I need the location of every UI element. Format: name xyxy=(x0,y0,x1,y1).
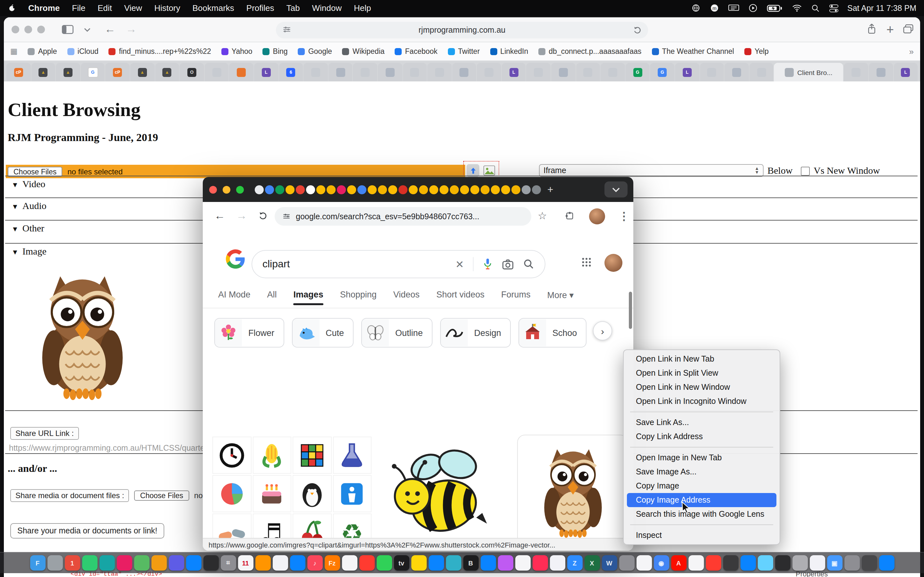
results-tab-all[interactable]: All xyxy=(267,290,277,305)
section-video[interactable]: ▼Video xyxy=(11,179,45,190)
dock-app[interactable] xyxy=(498,555,513,571)
results-tab-ai-mode[interactable]: AI Mode xyxy=(218,290,250,305)
target-mode-select[interactable]: Iframe ▲▼ xyxy=(539,164,764,177)
tab-active[interactable]: Client Bro... xyxy=(774,63,843,81)
tab[interactable] xyxy=(229,63,254,81)
tab[interactable] xyxy=(205,63,229,81)
address-bar[interactable]: rjmprogramming.com.au xyxy=(276,22,648,39)
dock-app[interactable] xyxy=(272,555,288,571)
search-submit-icon[interactable] xyxy=(523,258,535,270)
dock-app[interactable] xyxy=(792,555,808,571)
site-settings-icon[interactable] xyxy=(282,25,291,36)
dock-app[interactable] xyxy=(619,555,634,571)
section-other[interactable]: ▼Other xyxy=(11,223,44,234)
dock-app[interactable]: ▣ xyxy=(827,555,842,571)
share-url-input[interactable]: https://www.rjmprogramming.com.au/HTMLCS… xyxy=(9,444,212,453)
dock-app[interactable] xyxy=(151,555,166,571)
dock-app[interactable] xyxy=(844,555,859,571)
menu-item-open-link-in-new-window[interactable]: Open Link in New Window xyxy=(627,380,776,394)
menu-item-open-link-in-incognito-window[interactable]: Open Link in Incognito Window xyxy=(627,394,776,408)
menubar-menu-history[interactable]: History xyxy=(154,3,180,13)
vs-new-window-checkbox[interactable] xyxy=(801,167,810,176)
bookmark-item[interactable]: Facebook xyxy=(395,47,438,55)
bee-clipart-image[interactable] xyxy=(380,437,498,538)
dock-app[interactable]: Z xyxy=(567,555,582,571)
dock-app[interactable] xyxy=(47,555,63,571)
display-icon[interactable] xyxy=(728,3,739,13)
dock-app[interactable] xyxy=(82,555,97,571)
section-image[interactable]: ▼Image xyxy=(11,246,47,257)
filter-chip-swirl[interactable]: Design xyxy=(440,318,511,348)
dock-app[interactable] xyxy=(861,555,877,571)
menu-item-save-link-as-[interactable]: Save Link As... xyxy=(627,416,776,430)
popup-back-button[interactable]: ← xyxy=(214,210,225,222)
menubar-menu-profiles[interactable]: Profiles xyxy=(246,3,274,13)
extensions-icon[interactable] xyxy=(565,211,574,224)
clear-search-icon[interactable]: ✕ xyxy=(455,258,464,270)
dock-app[interactable]: W xyxy=(602,555,617,571)
popup-tab-favicon[interactable] xyxy=(481,185,489,194)
reload-icon[interactable] xyxy=(633,25,642,37)
filter-chip-flower[interactable]: Flower xyxy=(214,318,284,348)
collage-grid[interactable]: ♬♻ xyxy=(212,437,372,538)
tab[interactable]: ▲ xyxy=(155,63,179,81)
dock-app[interactable] xyxy=(411,555,426,571)
tab[interactable] xyxy=(452,63,476,81)
bookmark-item[interactable]: Google xyxy=(298,47,332,55)
google-account-avatar[interactable] xyxy=(604,254,622,272)
tab[interactable] xyxy=(477,63,501,81)
popup-tab-favicon[interactable] xyxy=(326,185,336,194)
close-button[interactable] xyxy=(11,26,19,33)
tab[interactable]: ▲ xyxy=(31,63,55,81)
chips-scroll-arrow[interactable]: › xyxy=(593,321,612,340)
popup-forward-button[interactable]: → xyxy=(236,210,247,222)
tab[interactable] xyxy=(353,63,377,81)
tab-overview-icon[interactable] xyxy=(903,23,914,36)
bookmark-item[interactable]: LinkedIn xyxy=(490,47,528,55)
tab[interactable]: cP xyxy=(6,63,31,81)
dock-app[interactable]: A xyxy=(671,555,686,571)
new-tab-icon[interactable]: + xyxy=(887,23,894,37)
dock-app[interactable] xyxy=(758,555,773,571)
tab[interactable]: L xyxy=(675,63,699,81)
tab[interactable] xyxy=(750,63,774,81)
dock-app[interactable]: tv xyxy=(394,555,409,571)
menubar-clock[interactable]: Sat Apr 11 7:38 PM xyxy=(847,3,916,13)
popup-tab-favicon[interactable] xyxy=(255,185,264,194)
dock-app[interactable]: ◉ xyxy=(654,555,669,571)
tab[interactable] xyxy=(328,63,352,81)
sidebar-toggle-icon[interactable] xyxy=(61,24,74,35)
popup-tab-favicon[interactable] xyxy=(378,185,387,194)
image-icon[interactable] xyxy=(482,164,496,177)
search-box[interactable]: clipart ✕ xyxy=(252,250,545,278)
dock-app[interactable] xyxy=(290,555,305,571)
filter-chip-dino[interactable]: Cute xyxy=(292,318,354,348)
bookmark-item[interactable]: The Weather Channel xyxy=(652,47,734,55)
filter-chip-butterfly[interactable]: Outline xyxy=(361,318,433,348)
tab[interactable]: O xyxy=(180,63,204,81)
dock-app[interactable] xyxy=(549,555,565,571)
popup-menu-icon[interactable]: ⋮ xyxy=(619,210,630,223)
dock-app[interactable] xyxy=(186,555,201,571)
menu-item-copy-link-address[interactable]: Copy Link Address xyxy=(627,430,776,444)
tab[interactable] xyxy=(724,63,748,81)
google-apps-icon[interactable] xyxy=(581,256,592,271)
popup-tab-favicon[interactable] xyxy=(368,185,376,194)
menu-item-inspect[interactable]: Inspect xyxy=(627,528,776,542)
bookmark-item[interactable]: db_connect.p...aaasaaafaas xyxy=(538,47,641,55)
menu-item-open-image-in-new-tab[interactable]: Open Image in New Tab xyxy=(627,451,776,465)
sidebar-chevron-icon[interactable] xyxy=(84,27,90,32)
share-submit-button[interactable]: Share your media or documents or link! xyxy=(10,523,164,538)
dock-app[interactable]: F xyxy=(30,555,45,571)
mm-icon[interactable]: m xyxy=(709,3,719,13)
owl-clipart-image[interactable] xyxy=(29,269,136,404)
dock-app[interactable] xyxy=(775,555,790,571)
tab[interactable] xyxy=(551,63,575,81)
forward-button[interactable]: → xyxy=(126,23,137,36)
popup-tab-favicon[interactable] xyxy=(306,185,315,194)
bookmark-item[interactable]: Twitter xyxy=(448,47,480,55)
popup-tab-favicon[interactable] xyxy=(491,185,500,194)
dock-app[interactable]: B xyxy=(463,555,478,571)
popup-scrollbar[interactable] xyxy=(629,292,632,329)
dock-app[interactable]: 11 xyxy=(238,555,253,571)
